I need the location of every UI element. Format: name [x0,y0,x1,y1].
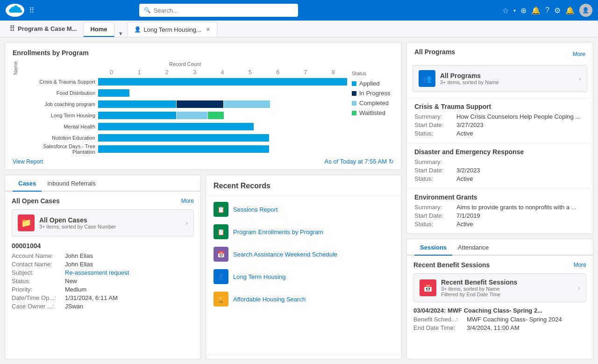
all-cases-button[interactable]: 📁 All Open Cases 3+ items, sorted by Cas… [12,209,194,236]
enrollments-chart-card: Enrollments by Program Name Record Count… [5,42,402,170]
grid-icon[interactable]: ⠿ [9,24,15,33]
all-cases-sub: 3+ items, sorted by Case Number [39,224,185,229]
search-bar[interactable]: 🔍 [139,4,298,17]
help-icon[interactable]: ? [545,6,549,14]
sessions-more-link[interactable]: More [574,262,586,268]
chevron-right-icon: › [185,219,188,227]
priority-value: Medium [65,286,86,293]
chart-row: Food Distribution [23,88,347,98]
chart-row-label: Nutrition Education [23,135,95,141]
account-value: John Elias [65,252,93,259]
contact-row: Contact Name: John Elias [12,261,194,268]
tab-sessions[interactable]: Sessions [414,239,452,256]
recent-records-card: Recent Records 📋 Sessions Report 📋 Progr… [206,175,402,359]
search-input[interactable] [154,7,293,14]
program-summary-label: Summary: [414,204,456,211]
top-navigation: ⠿ 🔍 ☆ ▾ ⊕ 🔔 ? ⚙ 🔔 👤 [0,0,598,21]
search-icon: 🔍 [144,7,151,14]
recent-benefit-button[interactable]: 📅 Recent Benefit Sessions 3+ items, sort… [413,273,586,302]
program-start-label: Start Date: [414,121,456,128]
bell-wave-icon[interactable]: 🔔 [531,6,541,15]
tab-close-icon[interactable]: ✕ [206,27,210,33]
program-summary-row: Summary: How Crisis Counselors Help Peop… [414,113,585,120]
program-summary-label: Summary: [414,158,456,165]
benefit-info: Recent Benefit Sessions 3+ items, sorted… [436,278,578,297]
program-start-row: Start Date: 3/2/2023 [414,167,585,174]
session-title: 03/04/2024: MWF Coaching Class- Spring 2… [413,307,586,314]
tab-long-term[interactable]: 👤 Long Term Housing... ✕ [127,22,217,37]
notification-icon[interactable]: 🔔 [565,6,575,15]
record-link[interactable]: Affordable Housing Search [233,296,306,303]
program-summary-row: Summary: Aims to provide grants to nonpr… [414,204,585,211]
tab-attendance[interactable]: Attendance [452,239,494,256]
all-programs-button[interactable]: 👥 All Programs 3+ items, sorted by Name … [413,65,587,92]
tab-inbound-referrals[interactable]: Inbound Referrals [42,175,101,192]
status-row: Status: New [12,278,194,285]
subject-link[interactable]: Re-assessment request [65,269,129,276]
record-link[interactable]: Long Term Housing [233,273,286,280]
legend-inprogress: In Progress [352,90,394,97]
contact-value: John Elias [65,261,93,268]
legend-completed-dot [352,101,356,106]
legend-status-label: Status [352,71,394,76]
chart-row: Crisis & Trauma Support [23,77,347,87]
programs-more-link[interactable]: More [573,51,585,57]
record-item[interactable]: 📅 Search Assistance Weekend Schedule [206,243,401,265]
tab-cases[interactable]: Cases [13,175,42,192]
chart-container: Record Count 0 1 2 3 4 5 6 7 8 Crisis & … [23,61,347,154]
programs-title: All Programs [414,48,455,56]
settings-icon[interactable]: ⚙ [554,6,561,15]
x-axis-label: Record Count [23,61,347,67]
record-item[interactable]: 👤 Long Term Housing [206,265,401,288]
bar-applied [98,112,176,119]
bar-applied [98,89,129,97]
status-value: New [65,278,77,285]
record-item[interactable]: 🏆 Affordable Housing Search [206,288,401,310]
program-section: Crisis & Trauma Support Summary: How Cri… [407,98,593,143]
x-axis: 0 1 2 3 4 5 6 7 8 [98,69,347,76]
program-section-name: Environment Grants [414,193,585,201]
case-id[interactable]: 00001004 [12,242,194,250]
bar-applied [98,134,269,142]
subject-row: Subject: Re-assessment request [12,269,194,276]
program-start-value: 3/2/2023 [456,167,480,174]
avatar[interactable]: 👤 [579,4,592,17]
record-item[interactable]: 📋 Sessions Report [206,198,401,221]
record-item[interactable]: 📋 Program Enrollments by Program [206,221,401,243]
program-section: Disaster and Emergency Response Summary:… [407,143,593,188]
star-dropdown-icon[interactable]: ▾ [513,8,516,13]
nav-icons: ☆ ▾ ⊕ 🔔 ? ⚙ 🔔 👤 [502,4,592,17]
benefit-chevron-icon: › [578,284,580,292]
status-label: Status: [12,278,63,285]
bar-applied [98,100,176,108]
tab-overflow-icon[interactable]: ▾ [115,30,126,37]
bar-inprogress [177,100,223,108]
benefit-sched-row: Benefit Sched...: MWF Coaching Class- Sp… [413,316,586,323]
record-link[interactable]: Search Assistance Weekend Schedule [233,251,337,258]
view-report-link[interactable]: View Report [13,158,43,165]
tab-home[interactable]: Home [83,22,114,37]
left-section: Enrollments by Program Name Record Count… [5,42,402,359]
chart-row-bars [98,89,347,97]
program-status-label: Status: [414,130,456,137]
salesforce-logo[interactable] [6,4,24,17]
recent-records-title: Recent Records [206,175,401,195]
contact-label: Contact Name: [12,261,63,268]
record-link[interactable]: Sessions Report [233,206,278,213]
chart-row: Mental Health [23,121,347,132]
refresh-icon[interactable]: ↻ [389,158,394,165]
view-all-link[interactable]: View All [206,355,401,359]
programs-list: Crisis & Trauma Support Summary: How Cri… [407,98,593,234]
sessions-card: Sessions Attendance Recent Benefit Sessi… [406,239,593,359]
all-cases-info: All Open Cases 3+ items, sorted by Case … [35,216,185,229]
cases-section-title: All Open Cases [12,197,60,205]
app-name-nav: ⠿ [29,6,35,15]
cases-tab-row: Cases Inbound Referrals [5,175,200,192]
chart-row: Salesforce Days - Tree Plantation [23,144,347,154]
cases-more-link[interactable]: More [181,198,194,204]
star-icon[interactable]: ☆ [502,6,509,15]
add-icon[interactable]: ⊕ [520,6,527,15]
end-date-label: End Date Time: [413,324,465,331]
record-link[interactable]: Program Enrollments by Program [233,228,323,236]
session-entry: 03/04/2024: MWF Coaching Class- Spring 2… [413,307,586,331]
